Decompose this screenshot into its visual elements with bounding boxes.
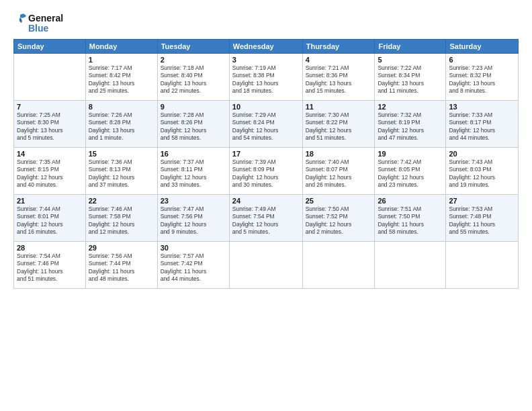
day-info: Sunrise: 7:32 AM Sunset: 8:19 PM Dayligh…: [378, 111, 443, 142]
day-number: 22: [89, 197, 154, 205]
calendar-header-row: SundayMondayTuesdayWednesdayThursdayFrid…: [14, 40, 519, 54]
calendar-cell: [229, 242, 302, 289]
day-number: 1: [89, 56, 154, 64]
calendar-cell: 24Sunrise: 7:49 AM Sunset: 7:54 PM Dayli…: [229, 195, 302, 242]
day-info: Sunrise: 7:19 AM Sunset: 8:38 PM Dayligh…: [232, 64, 300, 95]
calendar-cell: 3Sunrise: 7:19 AM Sunset: 8:38 PM Daylig…: [229, 54, 302, 101]
calendar-cell: 14Sunrise: 7:35 AM Sunset: 8:15 PM Dayli…: [14, 148, 86, 195]
day-info: Sunrise: 7:26 AM Sunset: 8:28 PM Dayligh…: [89, 111, 154, 142]
day-info: Sunrise: 7:25 AM Sunset: 8:30 PM Dayligh…: [17, 111, 83, 142]
day-info: Sunrise: 7:56 AM Sunset: 7:44 PM Dayligh…: [89, 253, 154, 283]
day-number: 16: [161, 150, 226, 158]
day-number: 25: [306, 197, 372, 205]
page: General Blue SundayMondayTuesdayWednesda…: [0, 0, 532, 411]
day-info: Sunrise: 7:21 AM Sunset: 8:36 PM Dayligh…: [306, 64, 372, 95]
day-info: Sunrise: 7:22 AM Sunset: 8:34 PM Dayligh…: [378, 64, 443, 95]
day-info: Sunrise: 7:46 AM Sunset: 7:58 PM Dayligh…: [89, 205, 154, 236]
calendar-cell: [14, 54, 86, 101]
calendar-cell: 21Sunrise: 7:44 AM Sunset: 8:01 PM Dayli…: [14, 195, 86, 242]
day-info: Sunrise: 7:49 AM Sunset: 7:54 PM Dayligh…: [232, 205, 300, 236]
logo-general: General: [28, 13, 63, 24]
calendar-cell: [375, 242, 446, 289]
calendar-cell: 19Sunrise: 7:42 AM Sunset: 8:05 PM Dayli…: [375, 148, 446, 195]
day-info: Sunrise: 7:39 AM Sunset: 8:09 PM Dayligh…: [232, 158, 300, 189]
day-number: 30: [161, 244, 226, 252]
day-info: Sunrise: 7:17 AM Sunset: 8:42 PM Dayligh…: [89, 64, 154, 95]
day-number: 13: [449, 103, 515, 111]
day-number: 8: [89, 103, 154, 111]
header-thursday: Thursday: [302, 40, 375, 54]
day-info: Sunrise: 7:54 AM Sunset: 7:46 PM Dayligh…: [17, 253, 83, 283]
logo-bird-icon: [13, 12, 27, 24]
day-number: 21: [17, 197, 83, 205]
week-row-3: 14Sunrise: 7:35 AM Sunset: 8:15 PM Dayli…: [14, 148, 519, 195]
day-info: Sunrise: 7:37 AM Sunset: 8:11 PM Dayligh…: [161, 158, 226, 189]
calendar-cell: 5Sunrise: 7:22 AM Sunset: 8:34 PM Daylig…: [375, 54, 446, 101]
day-info: Sunrise: 7:35 AM Sunset: 8:15 PM Dayligh…: [17, 158, 83, 189]
header-saturday: Saturday: [446, 40, 519, 54]
day-info: Sunrise: 7:28 AM Sunset: 8:26 PM Dayligh…: [161, 111, 226, 142]
calendar-cell: 29Sunrise: 7:56 AM Sunset: 7:44 PM Dayli…: [85, 242, 157, 289]
calendar-cell: 12Sunrise: 7:32 AM Sunset: 8:19 PM Dayli…: [375, 101, 446, 148]
calendar-cell: 25Sunrise: 7:50 AM Sunset: 7:52 PM Dayli…: [302, 195, 375, 242]
header-tuesday: Tuesday: [157, 40, 229, 54]
day-info: Sunrise: 7:44 AM Sunset: 8:01 PM Dayligh…: [17, 205, 83, 236]
day-number: 7: [17, 103, 83, 111]
day-number: 9: [161, 103, 226, 111]
logo: General Blue: [13, 12, 63, 34]
calendar-cell: 15Sunrise: 7:36 AM Sunset: 8:13 PM Dayli…: [85, 148, 157, 195]
day-number: 15: [89, 150, 154, 158]
header-friday: Friday: [375, 40, 446, 54]
header-sunday: Sunday: [14, 40, 86, 54]
day-info: Sunrise: 7:18 AM Sunset: 8:40 PM Dayligh…: [161, 64, 226, 95]
day-number: 11: [306, 103, 372, 111]
day-number: 29: [89, 244, 154, 252]
day-number: 4: [306, 56, 372, 64]
day-number: 20: [449, 150, 515, 158]
calendar-cell: 18Sunrise: 7:40 AM Sunset: 8:07 PM Dayli…: [302, 148, 375, 195]
header-monday: Monday: [85, 40, 157, 54]
calendar-cell: 30Sunrise: 7:57 AM Sunset: 7:42 PM Dayli…: [157, 242, 229, 289]
calendar-cell: 2Sunrise: 7:18 AM Sunset: 8:40 PM Daylig…: [157, 54, 229, 101]
calendar-cell: 6Sunrise: 7:23 AM Sunset: 8:32 PM Daylig…: [446, 54, 519, 101]
day-number: 5: [378, 56, 443, 64]
calendar-table: SundayMondayTuesdayWednesdayThursdayFrid…: [13, 39, 519, 289]
day-info: Sunrise: 7:40 AM Sunset: 8:07 PM Dayligh…: [306, 158, 372, 189]
calendar-cell: 16Sunrise: 7:37 AM Sunset: 8:11 PM Dayli…: [157, 148, 229, 195]
day-info: Sunrise: 7:42 AM Sunset: 8:05 PM Dayligh…: [378, 158, 443, 189]
calendar-cell: 17Sunrise: 7:39 AM Sunset: 8:09 PM Dayli…: [229, 148, 302, 195]
day-info: Sunrise: 7:36 AM Sunset: 8:13 PM Dayligh…: [89, 158, 154, 189]
week-row-5: 28Sunrise: 7:54 AM Sunset: 7:46 PM Dayli…: [14, 242, 519, 289]
day-number: 24: [232, 197, 300, 205]
day-number: 2: [161, 56, 226, 64]
calendar-cell: [446, 242, 519, 289]
calendar-cell: 8Sunrise: 7:26 AM Sunset: 8:28 PM Daylig…: [85, 101, 157, 148]
day-number: 19: [378, 150, 443, 158]
day-number: 12: [378, 103, 443, 111]
day-number: 6: [449, 56, 515, 64]
week-row-2: 7Sunrise: 7:25 AM Sunset: 8:30 PM Daylig…: [14, 101, 519, 148]
calendar-cell: [302, 242, 375, 289]
day-info: Sunrise: 7:23 AM Sunset: 8:32 PM Dayligh…: [449, 64, 515, 95]
day-number: 17: [232, 150, 300, 158]
day-info: Sunrise: 7:29 AM Sunset: 8:24 PM Dayligh…: [232, 111, 300, 142]
calendar-cell: 10Sunrise: 7:29 AM Sunset: 8:24 PM Dayli…: [229, 101, 302, 148]
calendar-cell: 26Sunrise: 7:51 AM Sunset: 7:50 PM Dayli…: [375, 195, 446, 242]
header-wednesday: Wednesday: [229, 40, 302, 54]
calendar-cell: 9Sunrise: 7:28 AM Sunset: 8:26 PM Daylig…: [157, 101, 229, 148]
calendar-cell: 20Sunrise: 7:43 AM Sunset: 8:03 PM Dayli…: [446, 148, 519, 195]
header: General Blue: [13, 12, 519, 34]
day-info: Sunrise: 7:50 AM Sunset: 7:52 PM Dayligh…: [306, 205, 372, 236]
day-number: 14: [17, 150, 83, 158]
day-number: 26: [378, 197, 443, 205]
calendar-cell: 13Sunrise: 7:33 AM Sunset: 8:17 PM Dayli…: [446, 101, 519, 148]
day-info: Sunrise: 7:33 AM Sunset: 8:17 PM Dayligh…: [449, 111, 515, 142]
week-row-4: 21Sunrise: 7:44 AM Sunset: 8:01 PM Dayli…: [14, 195, 519, 242]
day-number: 27: [449, 197, 515, 205]
day-info: Sunrise: 7:30 AM Sunset: 8:22 PM Dayligh…: [306, 111, 372, 142]
calendar-cell: 27Sunrise: 7:53 AM Sunset: 7:48 PM Dayli…: [446, 195, 519, 242]
calendar-cell: 1Sunrise: 7:17 AM Sunset: 8:42 PM Daylig…: [85, 54, 157, 101]
calendar-cell: 7Sunrise: 7:25 AM Sunset: 8:30 PM Daylig…: [14, 101, 86, 148]
logo-blue: Blue: [28, 23, 48, 34]
day-info: Sunrise: 7:43 AM Sunset: 8:03 PM Dayligh…: [449, 158, 515, 189]
